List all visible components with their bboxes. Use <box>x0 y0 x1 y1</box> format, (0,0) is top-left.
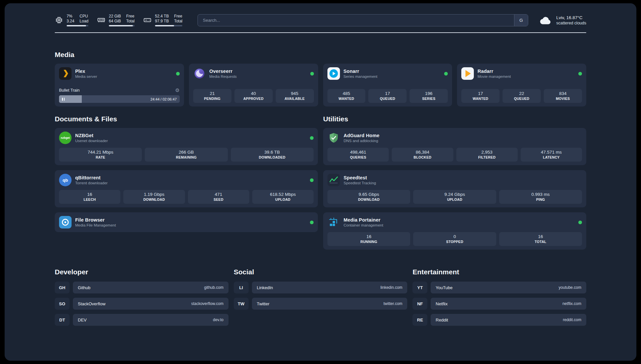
app-name: Media Portainer <box>344 217 383 223</box>
app-subtitle: Movie management <box>477 75 511 78</box>
section-title-media: Media <box>55 51 586 59</box>
section-media: Media Plex Media server Bullet Train ⚙ <box>55 51 586 106</box>
stat-downloaded: 39.6 TB DOWNLOADED <box>231 148 314 162</box>
gear-icon[interactable]: ⚙ <box>175 88 179 93</box>
cpu-labels: CPU Load <box>79 14 88 24</box>
status-dot <box>310 136 314 140</box>
storage-icon <box>143 16 152 24</box>
bookmark-dev: DT DEV dev.to <box>55 314 229 326</box>
stat-leech: 16 LEECH <box>59 190 120 204</box>
bookmark-twitter: TW Twitter twitter.com <box>234 298 408 310</box>
bookmark-reddit: RE Reddit reddit.com <box>412 314 586 326</box>
app-name: AdGuard Home <box>344 133 380 138</box>
dashboard: 7% 3.24 CPU Load <box>5 3 636 361</box>
search-bar: G <box>198 14 528 26</box>
stat-blocked: 86,384 BLOCKED <box>392 148 453 162</box>
adguard-shield-icon <box>327 132 340 144</box>
overseerr-icon <box>193 67 206 80</box>
netflix-abbr-icon[interactable]: NF <box>412 298 427 310</box>
cloud-icon <box>539 15 552 25</box>
playback-progress-bar[interactable]: 24:44 / 02:06:47 <box>59 95 180 103</box>
bookmark-youtube: YT YouTube youtube.com <box>412 282 586 293</box>
app-card-plex[interactable]: Plex Media server Bullet Train ⚙ 24:44 /… <box>55 64 184 106</box>
stat-series: 196 SERIES <box>410 89 448 103</box>
cpu-progress-bar <box>67 25 88 26</box>
storage-widget: 52.4 TB 97.9 TB Free Total <box>143 14 182 26</box>
storage-progress-fill <box>155 25 174 26</box>
app-subtitle: Media Requests <box>209 75 237 78</box>
bookmark-stackoverflow: SO StackOverflow stackoverflow.com <box>55 298 229 310</box>
linkedin-abbr-icon[interactable]: LI <box>234 282 249 293</box>
stat-total: 16 TOTAL <box>499 232 582 246</box>
stat-wanted: 17 WANTED <box>461 89 500 103</box>
app-card-nzbget[interactable]: nzbget NZBGet Usenet downloader 744.21 M… <box>55 128 318 165</box>
memory-progress-bar <box>109 25 135 26</box>
status-dot <box>444 72 448 76</box>
app-name: NZBGet <box>75 133 108 138</box>
stat-upload: 9.24 Gbps UPLOAD <box>413 190 496 204</box>
status-dot <box>310 178 314 182</box>
memory-values: 22 GiB 64 GiB <box>109 14 121 24</box>
bookmark-link[interactable]: YouTube youtube.com <box>431 282 586 293</box>
header-bar: 7% 3.24 CPU Load <box>55 14 586 26</box>
app-subtitle: Speedtest Tracking <box>344 181 376 185</box>
stat-queued: 22 QUEUED <box>503 89 541 103</box>
bookmark-link[interactable]: Twitter twitter.com <box>252 298 408 310</box>
bookmark-link[interactable]: StackOverflow stackoverflow.com <box>73 298 229 310</box>
stat-queued: 17 QUEUED <box>368 89 407 103</box>
weather-location: Lviv, 16.87°C <box>556 15 586 20</box>
app-card-speedtest[interactable]: Speedtest Speedtest Tracking 9.65 Gbps D… <box>323 170 586 207</box>
bookmark-linkedin: LI LinkedIn linkedin.com <box>234 282 408 293</box>
section-title-documents: Documents & Files <box>55 115 318 123</box>
sonarr-icon <box>327 67 340 80</box>
search-engine-button[interactable]: G <box>514 15 528 26</box>
bookmark-link[interactable]: Github github.com <box>73 282 229 293</box>
status-dot <box>578 221 582 224</box>
dev-abbr-icon[interactable]: DT <box>55 314 70 326</box>
bookmark-link[interactable]: Netflix netflix.com <box>431 298 586 310</box>
app-card-qbittorrent[interactable]: qb qBittorrent Torrent downloader 16 LEE… <box>55 170 318 207</box>
app-name: File Browser <box>75 217 116 223</box>
section-title-social: Social <box>234 268 408 276</box>
app-subtitle: Media File Management <box>75 223 116 227</box>
bookmark-link[interactable]: Reddit reddit.com <box>431 314 586 326</box>
weather-widget: Lviv, 16.87°C scattered clouds <box>539 15 586 25</box>
search-input[interactable] <box>198 18 514 23</box>
app-name: Overseerr <box>209 69 237 74</box>
radarr-icon <box>461 67 474 80</box>
app-subtitle: Torrent downloader <box>75 181 107 185</box>
twitter-abbr-icon[interactable]: TW <box>234 298 249 310</box>
plex-icon <box>59 67 72 80</box>
app-card-portainer[interactable]: Media Portainer Container management 16 … <box>323 212 586 250</box>
bookmark-netflix: NF Netflix netflix.com <box>412 298 586 310</box>
stat-queries: 498,461 QUERIES <box>327 148 389 162</box>
section-title-developer: Developer <box>55 268 229 276</box>
app-subtitle: DNS and adblocking <box>344 139 380 143</box>
app-card-adguard[interactable]: AdGuard Home DNS and adblocking 498,461 … <box>323 128 586 165</box>
memory-labels: Free Total <box>126 14 135 24</box>
stackoverflow-abbr-icon[interactable]: SO <box>55 298 70 310</box>
youtube-abbr-icon[interactable]: YT <box>412 282 427 293</box>
app-card-sonarr[interactable]: Sonarr Series management 485 WANTED 17 Q… <box>323 64 452 106</box>
bookmark-link[interactable]: LinkedIn linkedin.com <box>252 282 408 293</box>
reddit-abbr-icon[interactable]: RE <box>412 314 427 326</box>
memory-progress-fill <box>109 25 133 26</box>
section-utilities: Utilities AdGuard Home DNS and adblockin… <box>323 115 586 250</box>
app-card-overseerr[interactable]: Overseerr Media Requests 21 PENDING 40 A… <box>189 64 318 106</box>
status-dot <box>310 72 314 76</box>
speedtest-icon <box>327 174 340 186</box>
app-card-radarr[interactable]: Radarr Movie management 17 WANTED 22 QUE… <box>457 64 586 106</box>
cpu-icon <box>55 16 63 24</box>
stat-remaining: 266 GB REMAINING <box>145 148 228 162</box>
bookmark-link[interactable]: DEV dev.to <box>73 314 229 326</box>
cpu-widget: 7% 3.24 CPU Load <box>55 14 88 26</box>
filebrowser-icon <box>59 216 72 228</box>
weather-condition: scattered clouds <box>556 21 586 25</box>
nzbget-icon: nzbget <box>59 132 72 144</box>
github-abbr-icon[interactable]: GH <box>55 282 70 293</box>
pause-icon[interactable] <box>62 98 65 101</box>
section-developer: Developer GH Github github.com SO StackO… <box>55 268 229 330</box>
section-documents: Documents & Files nzbget NZBGet Usenet d… <box>55 115 318 232</box>
portainer-crane-icon <box>327 216 340 228</box>
app-card-filebrowser[interactable]: File Browser Media File Management <box>55 212 318 232</box>
